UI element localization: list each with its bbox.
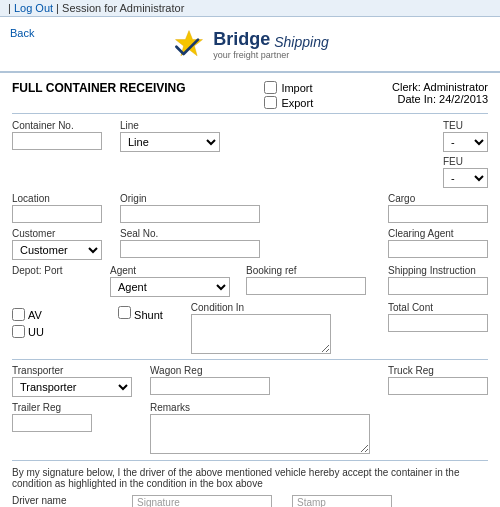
stamp-label: Stamp	[293, 495, 330, 507]
date-label: Date In: 24/2/2013	[392, 93, 488, 105]
cargo-input[interactable]	[388, 205, 488, 223]
row-container-line-teu: Container No. Line Line TEU - FEU -	[12, 120, 488, 188]
divider-1	[12, 359, 488, 360]
logo-brand: Bridge	[213, 29, 270, 51]
truck-reg-input[interactable]	[388, 377, 488, 395]
svg-marker-0	[176, 31, 203, 56]
logo-icon	[171, 27, 207, 63]
teu-label: TEU	[443, 120, 488, 131]
clearing-agent-label: Clearing Agent	[388, 228, 488, 239]
driver-name-group: Driver name	[12, 495, 112, 507]
logo-text: Bridge Shipping your freight partner	[213, 29, 329, 61]
row-transporter-wagon-truck: Transporter Transporter Wagon Reg Truck …	[12, 365, 488, 397]
uu-label[interactable]: UU	[12, 325, 44, 338]
clearing-agent-input[interactable]	[388, 240, 488, 258]
truck-reg-label: Truck Reg	[388, 365, 488, 376]
import-checkbox[interactable]	[264, 81, 277, 94]
trailer-reg-input[interactable]	[12, 414, 92, 432]
export-checkbox-label[interactable]: Export	[264, 96, 313, 109]
signature-label-1: Signature	[133, 495, 184, 507]
session-label: Session for Administrator	[62, 2, 184, 14]
transporter-group: Transporter Transporter	[12, 365, 132, 397]
agent-group: Agent Agent	[110, 265, 230, 297]
av-label[interactable]: AV	[12, 308, 42, 321]
remarks-textarea[interactable]	[150, 414, 370, 454]
transporter-select[interactable]: Transporter	[12, 377, 132, 397]
booking-ref-group: Booking ref	[246, 265, 380, 295]
shunt-label[interactable]: Shunt	[118, 306, 163, 321]
teu-feu-group: TEU - FEU -	[443, 120, 488, 188]
main-content: FULL CONTAINER RECEIVING Import Export C…	[0, 73, 500, 507]
clerk-label: Clerk: Administrator	[392, 81, 488, 93]
uu-checkbox[interactable]	[12, 325, 25, 338]
feu-select[interactable]: -	[443, 168, 488, 188]
seal-no-input[interactable]	[120, 240, 260, 258]
line-group: Line Line	[120, 120, 435, 152]
stamp-box[interactable]: Stamp	[292, 495, 392, 507]
shunt-checkbox[interactable]	[118, 306, 131, 319]
sig-row: Driver name Inspected By Signature Signa…	[12, 495, 488, 507]
cargo-group: Cargo	[388, 193, 488, 223]
trailer-reg-group: Trailer Reg	[12, 402, 132, 432]
cargo-label: Cargo	[388, 193, 488, 204]
line-label: Line	[120, 120, 435, 131]
location-group: Location	[12, 193, 102, 223]
uu-checkbox-group: UU	[12, 325, 102, 338]
transporter-label: Transporter	[12, 365, 132, 376]
row-depot-agent-booking-shipping: Depot: Port Agent Agent Booking ref Ship…	[12, 265, 488, 297]
wagon-reg-group: Wagon Reg	[150, 365, 380, 395]
origin-input[interactable]	[120, 205, 260, 223]
import-checkbox-label[interactable]: Import	[264, 81, 313, 94]
seal-no-label: Seal No.	[120, 228, 380, 239]
seal-no-group: Seal No.	[120, 228, 380, 258]
clerk-info: Clerk: Administrator Date In: 24/2/2013	[392, 81, 488, 105]
form-title: FULL CONTAINER RECEIVING	[12, 81, 186, 95]
signature-text: By my signature below, I the driver of t…	[12, 467, 488, 489]
logo-tagline: your freight partner	[213, 50, 329, 61]
av-checkbox-group: AV	[12, 308, 102, 321]
condition-in-textarea[interactable]	[191, 314, 331, 354]
booking-ref-input[interactable]	[246, 277, 366, 295]
container-no-input[interactable]	[12, 132, 102, 150]
condition-in-group: Condition In	[191, 302, 380, 354]
wagon-reg-label: Wagon Reg	[150, 365, 380, 376]
container-no-label: Container No.	[12, 120, 102, 131]
origin-label: Origin	[120, 193, 380, 204]
agent-select[interactable]: Agent	[110, 277, 230, 297]
customer-select[interactable]: Customer	[12, 240, 102, 260]
clearing-agent-group: Clearing Agent	[388, 228, 488, 258]
total-cont-input[interactable]	[388, 314, 488, 332]
depot-port-label: Depot: Port	[12, 265, 102, 276]
back-link[interactable]: Back	[10, 27, 34, 39]
export-checkbox[interactable]	[264, 96, 277, 109]
shipping-instruction-group: Shipping Instruction	[388, 265, 488, 295]
total-cont-group: Total Cont	[388, 302, 488, 332]
remarks-group: Remarks	[150, 402, 488, 454]
av-checkbox[interactable]	[12, 308, 25, 321]
customer-group: Customer Customer	[12, 228, 102, 260]
signature-box-1[interactable]: Signature	[132, 495, 272, 507]
wagon-reg-input[interactable]	[150, 377, 270, 395]
logout-link[interactable]: Log Out	[14, 2, 53, 14]
form-header: FULL CONTAINER RECEIVING Import Export C…	[12, 81, 488, 114]
remarks-label: Remarks	[150, 402, 488, 413]
driver-name-label: Driver name	[12, 495, 112, 506]
booking-ref-label: Booking ref	[246, 265, 380, 276]
row-customer-seal-clearing: Customer Customer Seal No. Clearing Agen…	[12, 228, 488, 260]
teu-group: TEU -	[443, 120, 488, 152]
container-no-group: Container No.	[12, 120, 102, 150]
teu-select[interactable]: -	[443, 132, 488, 152]
top-bar: | Log Out | Session for Administrator	[0, 0, 500, 17]
logo-sub: Shipping	[274, 34, 329, 51]
header: Back Bridge Shipping your freight partne…	[0, 17, 500, 73]
line-select[interactable]: Line	[120, 132, 220, 152]
agent-label: Agent	[110, 265, 230, 276]
shipping-instruction-label: Shipping Instruction	[388, 265, 488, 276]
total-cont-label: Total Cont	[388, 302, 488, 313]
location-input[interactable]	[12, 205, 102, 223]
row-trailer-remarks: Trailer Reg Remarks	[12, 402, 488, 454]
shipping-instruction-input[interactable]	[388, 277, 488, 295]
import-export-group: Import Export	[264, 81, 313, 109]
condition-in-label: Condition In	[191, 302, 380, 313]
feu-group: FEU -	[443, 156, 488, 188]
